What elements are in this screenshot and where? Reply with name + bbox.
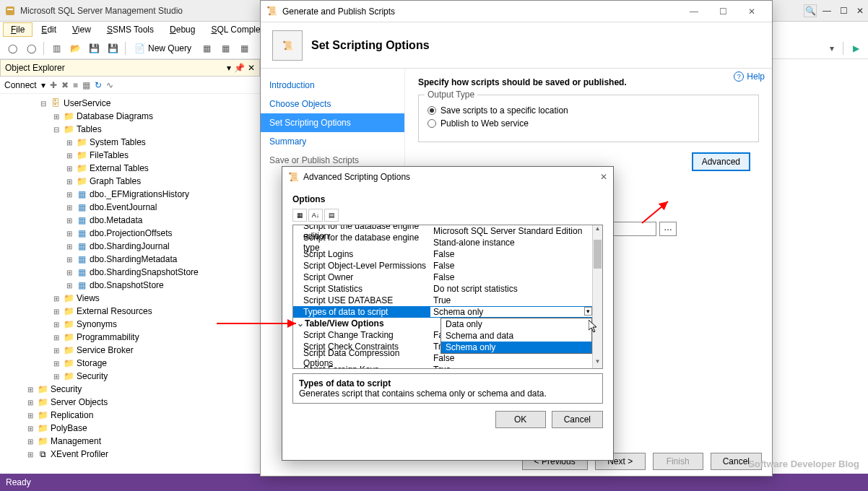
expander[interactable]: ⊞ bbox=[65, 230, 74, 238]
connect-dropdown-icon[interactable]: ▾ bbox=[41, 80, 45, 90]
object-explorer-tree[interactable]: ⊟🗄UserService ⊞📁Database Diagrams ⊟📁Tabl… bbox=[0, 94, 260, 462]
tb-icon-3[interactable]: ▦ bbox=[236, 40, 252, 56]
execute-icon[interactable]: ▶ bbox=[848, 40, 864, 56]
opt-value[interactable]: Microsoft SQL Server Standard Edition bbox=[430, 226, 592, 236]
adv-cancel-button[interactable]: Cancel bbox=[552, 411, 603, 428]
opt-value[interactable]: Do not script statistics bbox=[430, 284, 592, 294]
opt-value[interactable]: False bbox=[430, 249, 592, 259]
grid-row[interactable]: Script Foreign KeysTrue bbox=[293, 364, 592, 369]
tree-item[interactable]: dbo.ShardingJournal bbox=[90, 241, 170, 251]
tree-item[interactable]: Database Diagrams bbox=[77, 111, 153, 121]
expander[interactable]: ⊞ bbox=[26, 412, 35, 420]
tree-item[interactable]: Tables bbox=[77, 124, 102, 134]
tb-icon-2[interactable]: ▦ bbox=[217, 40, 233, 56]
tree-item[interactable]: dbo.ShardingMetadata bbox=[90, 254, 177, 264]
opt-value[interactable]: Schema only▾ bbox=[430, 307, 592, 317]
grid-row[interactable]: Script StatisticsDo not script statistic… bbox=[293, 283, 592, 295]
tree-item[interactable]: External Tables bbox=[90, 163, 149, 173]
grid-row-types-of-data[interactable]: Types of data to scriptSchema only▾ bbox=[293, 306, 592, 318]
expander[interactable]: ⊞ bbox=[52, 347, 61, 355]
tree-item[interactable]: Programmability bbox=[77, 332, 139, 342]
opt-value[interactable]: True bbox=[430, 365, 592, 369]
expander[interactable]: ⊞ bbox=[26, 386, 35, 394]
tree-item[interactable]: External Resources bbox=[77, 306, 152, 316]
maximize-button[interactable]: ☐ bbox=[840, 6, 848, 16]
grid-row[interactable]: Script Data Compression OptionsFalse bbox=[293, 352, 592, 364]
expander[interactable]: ⊞ bbox=[26, 425, 35, 433]
oe-icon-2[interactable]: ✖ bbox=[61, 80, 69, 90]
tree-item[interactable]: System Tables bbox=[90, 137, 146, 147]
tb-icon-1[interactable]: ▦ bbox=[199, 40, 214, 56]
wizard-maximize-button[interactable]: ☐ bbox=[708, 6, 737, 17]
expander[interactable]: ⊞ bbox=[65, 256, 74, 264]
expander[interactable]: ⊞ bbox=[65, 178, 74, 186]
tree-item[interactable]: dbo.Metadata bbox=[90, 215, 142, 225]
expander[interactable]: ⊞ bbox=[65, 243, 74, 251]
nav-introduction[interactable]: Introduction bbox=[261, 76, 404, 95]
expander[interactable]: ⊞ bbox=[65, 165, 74, 173]
grid-scrollbar[interactable]: ▲ ▼ bbox=[592, 225, 602, 368]
scroll-up-icon[interactable]: ▲ bbox=[593, 225, 602, 235]
propertypages-icon[interactable]: ▤ bbox=[324, 209, 339, 222]
expander[interactable]: ⊞ bbox=[52, 308, 61, 316]
expander[interactable]: ⊞ bbox=[65, 191, 74, 199]
dd-schema-and-data[interactable]: Schema and data bbox=[441, 330, 591, 342]
options-grid[interactable]: Script for the database engine editionMi… bbox=[292, 225, 603, 369]
expander[interactable]: ⊞ bbox=[52, 373, 61, 381]
expander[interactable]: ⊞ bbox=[65, 282, 74, 290]
menu-view[interactable]: View bbox=[65, 23, 98, 36]
tree-item[interactable]: dbo.ShardingSnapshotStore bbox=[90, 267, 199, 277]
tree-item[interactable]: dbo.SnapshotStore bbox=[90, 280, 164, 290]
oe-activity-icon[interactable]: ∿ bbox=[106, 80, 113, 90]
oe-close-icon[interactable]: ✕ bbox=[248, 63, 255, 73]
close-button[interactable]: ✕ bbox=[856, 6, 864, 16]
expander[interactable]: ⊞ bbox=[52, 360, 61, 368]
radio-save-location[interactable]: Save scripts to a specific location bbox=[428, 105, 750, 116]
scroll-down-icon[interactable]: ▼ bbox=[593, 358, 602, 368]
save-icon[interactable]: 💾 bbox=[86, 40, 102, 56]
db-combo[interactable]: ▾ bbox=[825, 40, 838, 56]
oe-filter-icon[interactable]: ▦ bbox=[82, 80, 90, 90]
new-query-button[interactable]: 📄 New Query bbox=[130, 40, 196, 56]
tree-item[interactable]: Views bbox=[77, 293, 100, 303]
wizard-minimize-button[interactable]: — bbox=[680, 6, 708, 17]
types-dropdown[interactable]: Data only Schema and data Schema only bbox=[440, 318, 592, 354]
open-icon[interactable]: 📂 bbox=[67, 40, 83, 56]
expander[interactable]: ⊞ bbox=[52, 113, 61, 121]
nav-set-scripting-options[interactable]: Set Scripting Options bbox=[261, 113, 404, 132]
finish-button[interactable]: Finish bbox=[653, 453, 703, 470]
dd-schema-only[interactable]: Schema only bbox=[441, 342, 591, 353]
tree-item[interactable]: Synonyms bbox=[77, 319, 117, 329]
help-link[interactable]: ?Help bbox=[734, 71, 765, 82]
tree-item[interactable]: Storage bbox=[77, 358, 107, 368]
chevron-down-icon[interactable]: ⌄ bbox=[296, 318, 305, 329]
advanced-button[interactable]: Advanced bbox=[692, 152, 750, 171]
oe-dropdown-icon[interactable]: ▾ bbox=[227, 63, 231, 73]
expander[interactable]: ⊞ bbox=[52, 321, 61, 329]
adv-close-button[interactable]: ✕ bbox=[600, 172, 607, 182]
expander[interactable]: ⊞ bbox=[65, 152, 74, 160]
tree-item[interactable]: dbo.ProjectionOffsets bbox=[90, 228, 173, 238]
tree-item[interactable]: Replication bbox=[51, 410, 93, 420]
opt-value[interactable]: False bbox=[430, 272, 592, 282]
minimize-button[interactable]: — bbox=[823, 6, 831, 16]
quick-launch-icon[interactable]: 🔍 bbox=[804, 4, 817, 17]
menu-edit[interactable]: Edit bbox=[34, 23, 64, 36]
tree-item[interactable]: XEvent Profiler bbox=[51, 449, 108, 459]
expander[interactable]: ⊞ bbox=[26, 451, 35, 459]
nav-choose-objects[interactable]: Choose Objects bbox=[261, 95, 404, 113]
expander[interactable]: ⊞ bbox=[65, 217, 74, 225]
opt-value[interactable]: False bbox=[430, 353, 592, 363]
adv-ok-button[interactable]: OK bbox=[495, 411, 546, 428]
oe-icon-1[interactable]: ✚ bbox=[50, 80, 57, 90]
opt-value[interactable]: Stand-alone instance bbox=[430, 238, 592, 248]
nav-fwd-icon[interactable]: ◯ bbox=[23, 40, 39, 56]
expander[interactable]: ⊟ bbox=[52, 126, 61, 134]
refresh-icon[interactable]: ↻ bbox=[95, 80, 102, 90]
radio-publish-web[interactable]: Publish to Web service bbox=[428, 118, 750, 129]
wizard-close-button[interactable]: ✕ bbox=[737, 6, 766, 17]
expander[interactable]: ⊞ bbox=[26, 399, 35, 407]
grid-row[interactable]: Script Object-Level PermissionsFalse bbox=[293, 260, 592, 271]
nav-summary[interactable]: Summary bbox=[261, 132, 404, 151]
tree-item[interactable]: Security bbox=[51, 384, 82, 394]
